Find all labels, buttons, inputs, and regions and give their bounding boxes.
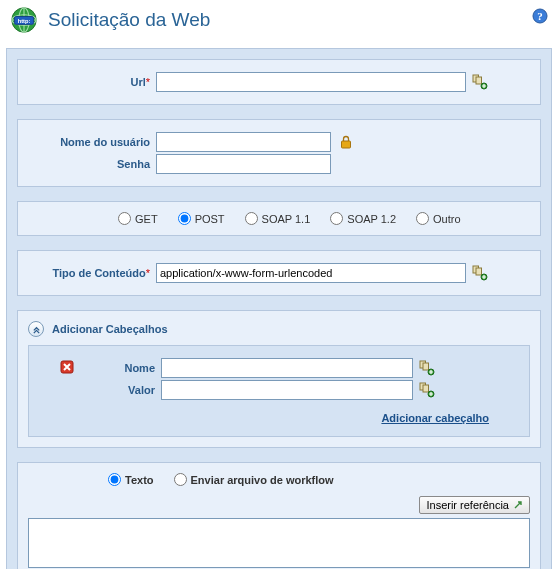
svg-rect-18 xyxy=(423,363,429,370)
url-label: Url* xyxy=(28,76,156,88)
svg-text:http:: http: xyxy=(18,18,31,24)
content-type-input[interactable] xyxy=(156,263,466,283)
method-soap12-radio[interactable]: SOAP 1.2 xyxy=(330,212,396,225)
add-header-link[interactable]: Adicionar cabeçalho xyxy=(381,412,489,424)
help-icon[interactable]: ? xyxy=(532,8,548,24)
lookup-icon[interactable] xyxy=(472,74,488,90)
method-soap11-radio[interactable]: SOAP 1.1 xyxy=(245,212,311,225)
method-get-radio[interactable]: GET xyxy=(118,212,158,225)
content-type-label: Tipo de Conteúdo* xyxy=(28,267,156,279)
username-input[interactable] xyxy=(156,132,331,152)
http-globe-icon: http: xyxy=(10,6,38,34)
svg-rect-12 xyxy=(342,141,351,148)
lookup-icon[interactable] xyxy=(419,382,435,398)
password-label: Senha xyxy=(28,158,156,170)
lookup-icon[interactable] xyxy=(472,265,488,281)
page-title: Solicitação da Web xyxy=(48,9,210,31)
body-text-radio[interactable]: Texto xyxy=(108,473,154,486)
insert-reference-button[interactable]: Inserir referência xyxy=(419,496,530,514)
method-post-radio[interactable]: POST xyxy=(178,212,225,225)
method-other-radio[interactable]: Outro xyxy=(416,212,461,225)
header-value-input[interactable] xyxy=(161,380,413,400)
svg-rect-14 xyxy=(476,268,482,275)
username-label: Nome do usuário xyxy=(28,136,156,148)
url-input[interactable] xyxy=(156,72,466,92)
body-file-radio[interactable]: Enviar arquivo de workflow xyxy=(174,473,334,486)
lock-icon xyxy=(339,135,353,149)
header-name-input[interactable] xyxy=(161,358,413,378)
svg-text:?: ? xyxy=(537,10,543,22)
header-value-label: Valor xyxy=(85,384,161,396)
lookup-icon[interactable] xyxy=(419,360,435,376)
collapse-toggle-icon[interactable] xyxy=(28,321,44,337)
headers-section-title: Adicionar Cabeçalhos xyxy=(52,323,168,335)
body-textarea[interactable] xyxy=(28,518,530,568)
delete-header-icon[interactable] xyxy=(59,359,75,375)
password-input[interactable] xyxy=(156,154,331,174)
svg-rect-10 xyxy=(476,77,482,84)
svg-rect-21 xyxy=(423,385,429,392)
header-name-label: Nome xyxy=(85,362,161,374)
expand-arrow-icon xyxy=(513,500,523,510)
